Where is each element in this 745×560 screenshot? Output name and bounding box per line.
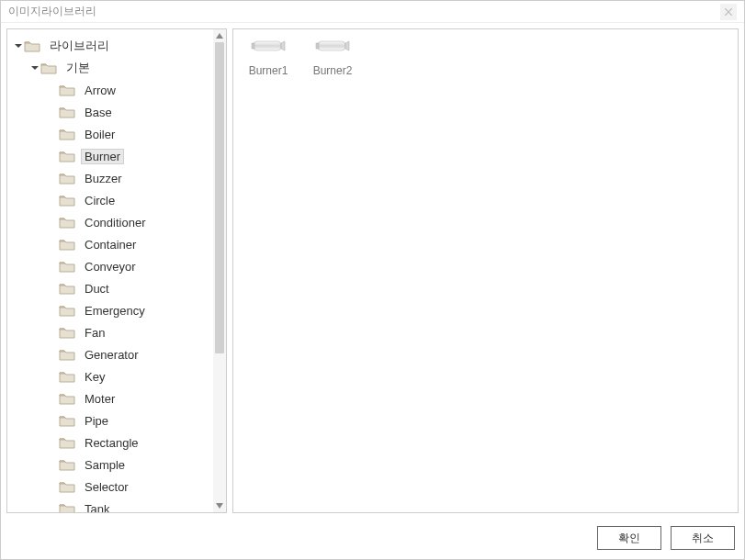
tree-item-label: Duct [81, 281, 113, 297]
tree-root[interactable]: 라이브러리 [13, 35, 211, 57]
thumbnail-label: Burner1 [249, 64, 288, 77]
tree-item-label: Conditioner [81, 215, 150, 230]
burner-icon [250, 39, 287, 55]
svg-rect-3 [316, 43, 319, 49]
close-icon[interactable] [720, 4, 737, 20]
content-panel: Burner1Burner2 [232, 28, 739, 513]
cancel-button[interactable]: 취소 [671, 526, 735, 550]
tree-item-label: Selector [81, 479, 132, 495]
tree-item-label: Rectangle [81, 435, 142, 451]
tree-item-label: Pipe [81, 413, 112, 429]
tree-item[interactable]: Tank [13, 498, 211, 512]
tree-item[interactable]: Sample [13, 454, 211, 476]
tree-item-label: Fan [81, 325, 108, 341]
folder-icon [59, 458, 75, 471]
tree-item[interactable]: Base [13, 101, 211, 123]
tree-item[interactable]: Container [13, 233, 211, 255]
thumbnail-label: Burner2 [313, 64, 353, 77]
scrollbar-track[interactable] [213, 42, 226, 499]
folder-icon [59, 436, 75, 449]
scroll-up-icon[interactable] [213, 29, 226, 42]
tree-item[interactable]: Fan [13, 321, 211, 343]
svg-rect-0 [254, 41, 281, 50]
tree-item-label: Arrow [81, 83, 119, 98]
svg-rect-2 [318, 41, 345, 50]
tree-item-label: Key [81, 369, 108, 385]
dialog-body: 라이브러리 기본 ArrowBaseBoilerBurne [1, 23, 744, 519]
folder-icon [59, 238, 75, 251]
scrollbar-thumb[interactable] [215, 42, 224, 353]
folder-icon [59, 304, 75, 317]
folder-icon [40, 62, 57, 74]
folder-icon [59, 480, 75, 493]
image-library-window: 이미지라이브러리 라이브러리 [0, 0, 745, 560]
window-title: 이미지라이브러리 [8, 4, 96, 19]
tree-item[interactable]: Generator [13, 343, 211, 365]
tree-item-label: Generator [81, 347, 142, 363]
tree-item-label: Base [81, 105, 116, 120]
tree-child-label: 기본 [62, 59, 94, 77]
tree-item[interactable]: Emergency [13, 299, 211, 321]
folder-icon [59, 502, 75, 512]
scrollbar[interactable] [213, 29, 226, 512]
tree-item[interactable]: Arrow [13, 79, 211, 101]
tree-item[interactable]: Buzzer [13, 167, 211, 189]
tree-item[interactable]: Moter [13, 387, 211, 409]
folder-icon [59, 392, 75, 405]
folder-icon [59, 150, 75, 162]
tree-item[interactable]: Boiler [13, 123, 211, 145]
tree-item-label: Sample [81, 457, 129, 473]
tree-item-label: Buzzer [81, 171, 125, 186]
folder-icon [59, 172, 75, 185]
folder-icon [59, 326, 75, 339]
tree-item-label: Container [81, 237, 140, 252]
collapse-icon[interactable] [29, 63, 40, 73]
tree-item-label: Circle [81, 193, 119, 208]
folder-icon [59, 370, 75, 383]
folder-icon [59, 194, 75, 207]
folder-icon [59, 282, 75, 295]
tree-item[interactable]: Key [13, 365, 211, 387]
tree-item[interactable]: Conveyor [13, 255, 211, 277]
tree-panel: 라이브러리 기본 ArrowBaseBoilerBurne [6, 28, 227, 513]
tree-item[interactable]: Duct [13, 277, 211, 299]
tree-item[interactable]: Rectangle [13, 431, 211, 454]
svg-rect-1 [252, 43, 254, 49]
tree-item-label: Emergency [81, 303, 149, 319]
tree-item[interactable]: Circle [13, 189, 211, 211]
ok-button[interactable]: 확인 [597, 526, 661, 550]
thumbnail-item[interactable]: Burner2 [307, 39, 358, 77]
tree-item[interactable]: Burner [13, 145, 211, 167]
folder-icon [24, 39, 40, 52]
tree-item[interactable]: Conditioner [13, 211, 211, 233]
folder-icon [59, 260, 75, 273]
folder-icon [59, 128, 75, 140]
tree-item[interactable]: Pipe [13, 409, 211, 431]
thumbnail-item[interactable]: Burner1 [243, 39, 294, 77]
tree-item-label: Moter [81, 391, 119, 407]
tree-item[interactable]: Selector [13, 476, 211, 498]
tree-item-label: Burner [81, 149, 124, 164]
tree-item-label: Boiler [81, 127, 119, 142]
folder-icon [59, 84, 75, 96]
tree-item-label: Conveyor [81, 259, 140, 274]
tree-root-label: 라이브러리 [46, 37, 113, 55]
folder-icon [59, 216, 75, 229]
folder-icon [59, 106, 75, 118]
dialog-footer: 확인 취소 [1, 519, 744, 559]
scroll-down-icon[interactable] [213, 499, 226, 512]
tree-content: 라이브러리 기본 ArrowBaseBoilerBurne [7, 29, 213, 512]
folder-icon [59, 348, 75, 361]
collapse-icon[interactable] [13, 41, 24, 51]
tree-item-label: Tank [81, 501, 113, 513]
burner-icon [314, 39, 351, 55]
tree-child[interactable]: 기본 [13, 57, 211, 79]
titlebar: 이미지라이브러리 [1, 1, 744, 23]
folder-icon [59, 414, 75, 427]
